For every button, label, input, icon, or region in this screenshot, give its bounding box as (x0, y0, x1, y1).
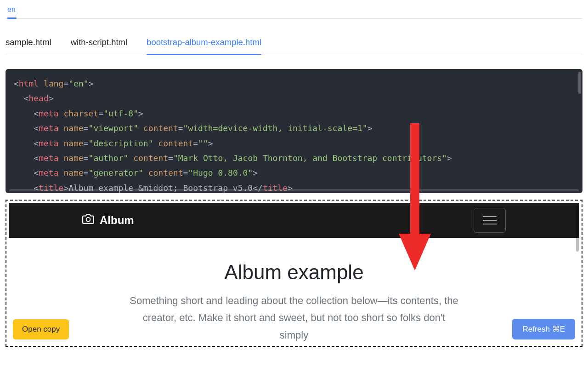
code-line: <meta name="author" content="Mark Otto, … (14, 151, 574, 166)
hamburger-icon (483, 216, 497, 224)
navbar-brand[interactable]: Album (82, 213, 134, 228)
preview-hero: Album example Something short and leadin… (9, 238, 579, 344)
file-tab-with-script[interactable]: with-script.html (71, 37, 127, 49)
hero-lead: Something short and leading about the co… (128, 292, 460, 344)
preview-vertical-scrollbar[interactable] (576, 206, 579, 252)
refresh-button[interactable]: Refresh ⌘E (512, 319, 575, 339)
code-editor[interactable]: <html lang="en"> <head> <meta charset="u… (6, 69, 582, 193)
file-tab-bootstrap-album[interactable]: bootstrap-album-example.html (147, 37, 261, 49)
code-line: <meta name="viewport" content="width=dev… (14, 121, 574, 136)
vertical-scrollbar[interactable] (578, 72, 581, 94)
horizontal-scrollbar[interactable] (9, 189, 579, 191)
preview-pane: Album Album example Something short and … (6, 200, 582, 347)
code-line: <meta name="generator" content="Hugo 0.8… (14, 166, 574, 180)
open-copy-button[interactable]: Open copy (13, 319, 69, 339)
navbar-toggle-button[interactable] (474, 208, 506, 233)
preview-content[interactable]: Album Album example Something short and … (9, 203, 579, 344)
svg-point-0 (86, 218, 90, 222)
file-tabs: sample.html with-script.html bootstrap-a… (6, 37, 582, 55)
file-tab-sample[interactable]: sample.html (6, 37, 51, 49)
preview-navbar: Album (9, 203, 579, 238)
code-line: <head> (14, 91, 574, 106)
code-line: <meta name="description" content=""> (14, 136, 574, 151)
language-tabs: en (6, 6, 582, 19)
navbar-brand-text: Album (100, 214, 134, 227)
camera-icon (82, 213, 94, 228)
hero-title: Album example (128, 261, 460, 284)
code-line: <meta charset="utf-8"> (14, 106, 574, 121)
code-line: <html lang="en"> (14, 76, 574, 91)
lang-tab-en[interactable]: en (7, 6, 16, 18)
